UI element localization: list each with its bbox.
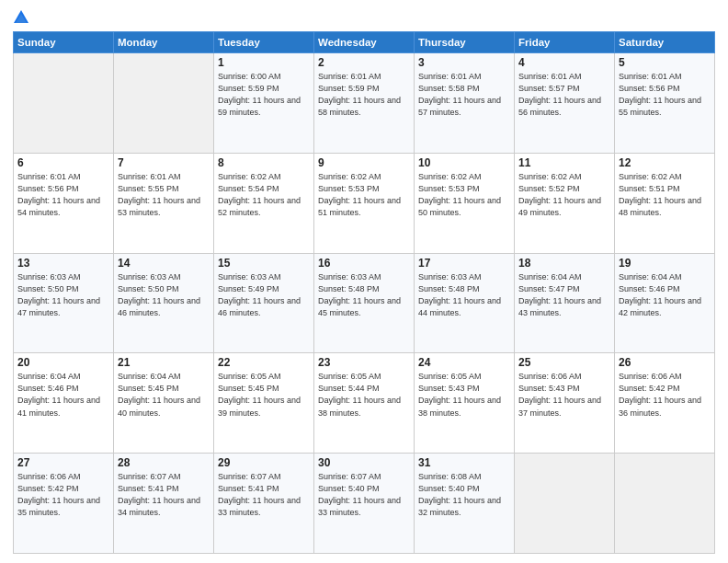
day-number: 12 xyxy=(619,156,711,169)
day-number: 20 xyxy=(17,356,109,369)
calendar-cell: 28Sunrise: 6:07 AM Sunset: 5:41 PM Dayli… xyxy=(114,454,214,554)
calendar-cell: 30Sunrise: 6:07 AM Sunset: 5:40 PM Dayli… xyxy=(314,454,415,554)
calendar-table: SundayMondayTuesdayWednesdayThursdayFrid… xyxy=(13,31,715,554)
day-info: Sunrise: 6:03 AM Sunset: 5:48 PM Dayligh… xyxy=(418,271,510,319)
calendar-cell: 29Sunrise: 6:07 AM Sunset: 5:41 PM Dayli… xyxy=(214,454,314,554)
day-number: 28 xyxy=(118,456,210,469)
day-number: 17 xyxy=(418,257,510,270)
calendar-cell: 26Sunrise: 6:06 AM Sunset: 5:42 PM Dayli… xyxy=(615,353,715,454)
day-number: 6 xyxy=(17,156,109,169)
calendar-cell: 10Sunrise: 6:02 AM Sunset: 5:53 PM Dayli… xyxy=(415,153,515,253)
calendar-cell xyxy=(114,53,214,154)
day-number: 16 xyxy=(318,257,410,270)
calendar-cell: 24Sunrise: 6:05 AM Sunset: 5:43 PM Dayli… xyxy=(415,353,515,454)
calendar-cell xyxy=(615,454,715,554)
day-info: Sunrise: 6:08 AM Sunset: 5:40 PM Dayligh… xyxy=(418,471,510,519)
day-info: Sunrise: 6:07 AM Sunset: 5:41 PM Dayligh… xyxy=(218,471,310,519)
day-info: Sunrise: 6:01 AM Sunset: 5:56 PM Dayligh… xyxy=(619,71,711,119)
calendar-cell: 27Sunrise: 6:06 AM Sunset: 5:42 PM Dayli… xyxy=(14,454,114,554)
day-number: 15 xyxy=(218,257,310,270)
day-info: Sunrise: 6:04 AM Sunset: 5:46 PM Dayligh… xyxy=(619,271,711,319)
day-info: Sunrise: 6:05 AM Sunset: 5:43 PM Dayligh… xyxy=(418,371,510,419)
day-number: 25 xyxy=(518,356,610,369)
calendar-cell: 7Sunrise: 6:01 AM Sunset: 5:55 PM Daylig… xyxy=(114,153,214,253)
calendar-cell: 5Sunrise: 6:01 AM Sunset: 5:56 PM Daylig… xyxy=(615,53,715,154)
calendar-week-row: 1Sunrise: 6:00 AM Sunset: 5:59 PM Daylig… xyxy=(14,53,715,154)
day-number: 11 xyxy=(518,156,610,169)
day-number: 27 xyxy=(17,456,109,469)
logo-icon xyxy=(13,9,29,26)
calendar-cell: 3Sunrise: 6:01 AM Sunset: 5:58 PM Daylig… xyxy=(415,53,515,154)
day-number: 14 xyxy=(118,257,210,270)
day-number: 10 xyxy=(418,156,510,169)
day-info: Sunrise: 6:06 AM Sunset: 5:42 PM Dayligh… xyxy=(619,371,711,419)
day-number: 22 xyxy=(218,356,310,369)
day-info: Sunrise: 6:05 AM Sunset: 5:44 PM Dayligh… xyxy=(318,371,410,419)
day-info: Sunrise: 6:00 AM Sunset: 5:59 PM Dayligh… xyxy=(218,71,310,119)
weekday-header: Friday xyxy=(515,32,615,53)
calendar-week-row: 6Sunrise: 6:01 AM Sunset: 5:56 PM Daylig… xyxy=(14,153,715,253)
calendar-cell: 9Sunrise: 6:02 AM Sunset: 5:53 PM Daylig… xyxy=(314,153,415,253)
day-number: 18 xyxy=(518,257,610,270)
calendar-body: 1Sunrise: 6:00 AM Sunset: 5:59 PM Daylig… xyxy=(14,53,715,554)
day-info: Sunrise: 6:03 AM Sunset: 5:49 PM Dayligh… xyxy=(218,271,310,319)
day-info: Sunrise: 6:03 AM Sunset: 5:50 PM Dayligh… xyxy=(118,271,210,319)
day-number: 21 xyxy=(118,356,210,369)
weekday-header: Sunday xyxy=(14,32,114,53)
weekday-header: Saturday xyxy=(615,32,715,53)
calendar-cell: 22Sunrise: 6:05 AM Sunset: 5:45 PM Dayli… xyxy=(214,353,314,454)
calendar-cell: 19Sunrise: 6:04 AM Sunset: 5:46 PM Dayli… xyxy=(615,253,715,353)
weekday-header: Monday xyxy=(114,32,214,53)
page: SundayMondayTuesdayWednesdayThursdayFrid… xyxy=(0,0,728,563)
day-info: Sunrise: 6:03 AM Sunset: 5:50 PM Dayligh… xyxy=(17,271,109,319)
day-info: Sunrise: 6:02 AM Sunset: 5:53 PM Dayligh… xyxy=(418,171,510,219)
day-number: 23 xyxy=(318,356,410,369)
day-info: Sunrise: 6:04 AM Sunset: 5:46 PM Dayligh… xyxy=(17,371,109,419)
calendar-cell: 31Sunrise: 6:08 AM Sunset: 5:40 PM Dayli… xyxy=(415,454,515,554)
day-number: 24 xyxy=(418,356,510,369)
day-info: Sunrise: 6:06 AM Sunset: 5:43 PM Dayligh… xyxy=(518,371,610,419)
day-number: 2 xyxy=(318,56,410,69)
day-info: Sunrise: 6:02 AM Sunset: 5:52 PM Dayligh… xyxy=(518,171,610,219)
calendar-cell: 6Sunrise: 6:01 AM Sunset: 5:56 PM Daylig… xyxy=(14,153,114,253)
day-number: 29 xyxy=(218,456,310,469)
calendar-cell: 25Sunrise: 6:06 AM Sunset: 5:43 PM Dayli… xyxy=(515,353,615,454)
day-number: 4 xyxy=(518,56,610,69)
day-number: 13 xyxy=(17,257,109,270)
calendar-week-row: 27Sunrise: 6:06 AM Sunset: 5:42 PM Dayli… xyxy=(14,454,715,554)
weekday-header: Thursday xyxy=(415,32,515,53)
calendar-cell xyxy=(14,53,114,154)
day-info: Sunrise: 6:01 AM Sunset: 5:56 PM Dayligh… xyxy=(17,171,109,219)
calendar-cell xyxy=(515,454,615,554)
day-info: Sunrise: 6:01 AM Sunset: 5:59 PM Dayligh… xyxy=(318,71,410,119)
calendar-cell: 8Sunrise: 6:02 AM Sunset: 5:54 PM Daylig… xyxy=(214,153,314,253)
calendar-cell: 2Sunrise: 6:01 AM Sunset: 5:59 PM Daylig… xyxy=(314,53,415,154)
calendar-cell: 14Sunrise: 6:03 AM Sunset: 5:50 PM Dayli… xyxy=(114,253,214,353)
calendar-week-row: 13Sunrise: 6:03 AM Sunset: 5:50 PM Dayli… xyxy=(14,253,715,353)
calendar-cell: 23Sunrise: 6:05 AM Sunset: 5:44 PM Dayli… xyxy=(314,353,415,454)
day-number: 7 xyxy=(118,156,210,169)
calendar-cell: 15Sunrise: 6:03 AM Sunset: 5:49 PM Dayli… xyxy=(214,253,314,353)
weekday-row: SundayMondayTuesdayWednesdayThursdayFrid… xyxy=(14,32,715,53)
day-info: Sunrise: 6:01 AM Sunset: 5:57 PM Dayligh… xyxy=(518,71,610,119)
day-info: Sunrise: 6:01 AM Sunset: 5:55 PM Dayligh… xyxy=(118,171,210,219)
weekday-header: Tuesday xyxy=(214,32,314,53)
weekday-header: Wednesday xyxy=(314,32,415,53)
day-number: 1 xyxy=(218,56,310,69)
calendar-cell: 13Sunrise: 6:03 AM Sunset: 5:50 PM Dayli… xyxy=(14,253,114,353)
calendar-cell: 21Sunrise: 6:04 AM Sunset: 5:45 PM Dayli… xyxy=(114,353,214,454)
day-info: Sunrise: 6:07 AM Sunset: 5:40 PM Dayligh… xyxy=(318,471,410,519)
calendar-header: SundayMondayTuesdayWednesdayThursdayFrid… xyxy=(14,32,715,53)
calendar-cell: 18Sunrise: 6:04 AM Sunset: 5:47 PM Dayli… xyxy=(515,253,615,353)
calendar-cell: 17Sunrise: 6:03 AM Sunset: 5:48 PM Dayli… xyxy=(415,253,515,353)
day-info: Sunrise: 6:04 AM Sunset: 5:47 PM Dayligh… xyxy=(518,271,610,319)
day-number: 30 xyxy=(318,456,410,469)
day-number: 5 xyxy=(619,56,711,69)
day-number: 19 xyxy=(619,257,711,270)
day-number: 31 xyxy=(418,456,510,469)
day-info: Sunrise: 6:06 AM Sunset: 5:42 PM Dayligh… xyxy=(17,471,109,519)
day-info: Sunrise: 6:05 AM Sunset: 5:45 PM Dayligh… xyxy=(218,371,310,419)
calendar-cell: 11Sunrise: 6:02 AM Sunset: 5:52 PM Dayli… xyxy=(515,153,615,253)
logo xyxy=(13,9,31,26)
calendar-cell: 16Sunrise: 6:03 AM Sunset: 5:48 PM Dayli… xyxy=(314,253,415,353)
